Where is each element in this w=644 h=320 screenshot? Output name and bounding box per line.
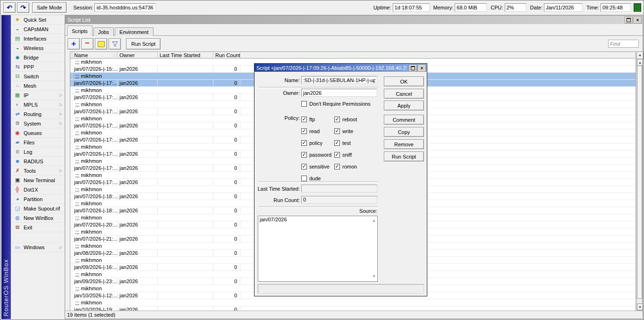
- policy-sniff-checkbox[interactable]: ✓: [334, 152, 340, 158]
- cell-name: jan/07/2026-|-15:...: [72, 66, 118, 72]
- name-input[interactable]: [301, 76, 377, 84]
- ok-button[interactable]: OK: [384, 76, 424, 86]
- sidebar-item-mpls[interactable]: ◐MPLS▷: [11, 100, 65, 109]
- find-input[interactable]: [608, 40, 639, 48]
- safe-mode-button[interactable]: Safe Mode: [32, 2, 67, 13]
- sidebar-item-exit[interactable]: ⊠Exit: [11, 223, 65, 232]
- policy-policy-label[interactable]: policy: [309, 140, 322, 146]
- scroll-thumb[interactable]: [637, 66, 642, 299]
- sidebar-item-routing[interactable]: ⇌Routing▷: [11, 109, 65, 119]
- dialog-restore-button[interactable]: [409, 65, 417, 72]
- copy-button[interactable]: Copy: [384, 127, 424, 137]
- policy-password-label[interactable]: password: [309, 152, 331, 158]
- undo-button[interactable]: ↶: [3, 2, 16, 13]
- policy-policy-checkbox[interactable]: ✓: [301, 140, 307, 146]
- window-close-button[interactable]: ×: [634, 17, 642, 24]
- comment-button[interactable]: Comment: [384, 115, 424, 125]
- cancel-button[interactable]: Cancel: [384, 89, 424, 99]
- sidebar-item-log[interactable]: ≣Log: [11, 147, 65, 157]
- policy-sensitive-checkbox[interactable]: ✓: [301, 164, 307, 169]
- source-textarea[interactable]: jan/07/2026 ▲ ▼: [258, 216, 378, 282]
- table-row[interactable]: ;;; mikhmon: [70, 299, 636, 306]
- sidebar-item-capsman[interactable]: ◒CAPsMAN: [11, 25, 65, 34]
- remove-button[interactable]: Remove: [384, 139, 424, 149]
- sidebar-item-radius[interactable]: ☻RADIUS: [11, 157, 65, 166]
- source-scroll-down-icon[interactable]: ▼: [372, 275, 376, 278]
- policy-ftp-checkbox[interactable]: ✓: [301, 117, 307, 122]
- column-header-label: Name: [74, 52, 88, 58]
- column-header-run-count[interactable]: Run Count: [213, 52, 240, 58]
- column-header-owner[interactable]: Owner: [118, 52, 158, 58]
- policy-sniff-label[interactable]: sniff: [342, 152, 352, 158]
- sidebar-item-label: Partition: [24, 196, 42, 202]
- owner-input[interactable]: [301, 89, 377, 97]
- scroll-up-button[interactable]: ▲: [637, 59, 643, 66]
- sidebar-item-switch[interactable]: ⊟Switch: [11, 72, 65, 81]
- copy-item-button[interactable]: [95, 38, 107, 50]
- mesh-icon: ∴: [14, 83, 21, 88]
- policy-test-checkbox[interactable]: ✓: [334, 140, 340, 146]
- submenu-arrow-icon: ▷: [59, 245, 62, 250]
- policy-reboot-checkbox[interactable]: ✓: [334, 117, 340, 122]
- run-script-button[interactable]: Run Script: [126, 38, 161, 50]
- tab-jobs[interactable]: Jobs: [93, 27, 114, 36]
- sidebar-item-files[interactable]: ▰Files: [11, 138, 65, 147]
- sidebar-item-ip[interactable]: ▦IP▷: [11, 91, 65, 100]
- sidebar-item-bridge[interactable]: ◆Bridge: [11, 53, 65, 62]
- sidebar-item-wireless[interactable]: ◒Wireless: [11, 43, 65, 53]
- redo-button[interactable]: ↷: [17, 2, 29, 13]
- sidebar-item-label: Quick Set: [24, 17, 46, 23]
- dont-require-permissions-checkbox[interactable]: [301, 101, 307, 107]
- sidebar-item-windows[interactable]: ▭Windows▷: [11, 243, 65, 252]
- policy-read-label[interactable]: read: [309, 128, 320, 134]
- sidebar-item-partition[interactable]: ◕Partition: [11, 194, 65, 204]
- tab-environment[interactable]: Environment: [115, 27, 153, 36]
- policy-password-checkbox[interactable]: ✓: [301, 152, 307, 158]
- cell-run-count: 0: [213, 236, 240, 242]
- column-header-name[interactable]: Name△: [72, 52, 118, 58]
- remove-button[interactable]: −: [81, 38, 93, 50]
- policy-dude-label[interactable]: dude: [309, 176, 321, 181]
- sidebar-item-new-winbox[interactable]: ◍New WinBox: [11, 213, 65, 223]
- policy-ftp-label[interactable]: ftp: [309, 117, 315, 122]
- policy-test-label[interactable]: test: [342, 140, 351, 146]
- submenu-arrow-icon: ▷: [59, 168, 62, 173]
- dont-require-permissions-label[interactable]: Don't Require Permissions: [309, 101, 371, 107]
- sidebar-item-interfaces[interactable]: ▤Interfaces: [11, 34, 65, 43]
- sidebar-item-label: Interfaces: [24, 36, 46, 42]
- sidebar-item-system[interactable]: ⚙System▷: [11, 119, 65, 128]
- policy-read-checkbox[interactable]: ✓: [301, 128, 307, 134]
- policy-dude-checkbox[interactable]: [301, 176, 307, 181]
- dialog-close-button[interactable]: ×: [418, 65, 426, 72]
- filter-button[interactable]: [109, 38, 121, 50]
- sidebar-item-mesh[interactable]: ∴Mesh: [11, 81, 65, 91]
- sidebar-item-queues[interactable]: ◉Queues: [11, 128, 65, 138]
- sidebar-item-tools[interactable]: ✗Tools▷: [11, 166, 65, 176]
- name-label: Name:: [258, 77, 300, 83]
- close-icon: ×: [636, 18, 639, 23]
- add-button[interactable]: +: [68, 38, 80, 50]
- policy-write: ✓write: [334, 128, 377, 134]
- vertical-scrollbar[interactable]: ▲ ▼: [636, 59, 643, 311]
- sidebar-item-dot1x[interactable]: ╬Dot1X: [11, 185, 65, 194]
- policy-write-checkbox[interactable]: ✓: [334, 128, 340, 134]
- tab-scripts[interactable]: Scripts: [67, 25, 93, 36]
- scroll-down-button[interactable]: ▼: [637, 303, 643, 311]
- window-restore-button[interactable]: [625, 17, 633, 24]
- apply-button[interactable]: Apply: [384, 101, 424, 110]
- policy-reboot-label[interactable]: reboot: [342, 117, 357, 122]
- cell-name: jan/07/2026-|-18:...: [72, 193, 118, 200]
- source-scroll-up-icon[interactable]: ▲: [372, 219, 376, 223]
- policy-sensitive-label[interactable]: sensitive: [309, 164, 330, 169]
- policy-romon-checkbox[interactable]: ✓: [334, 164, 340, 169]
- sidebar-item-new-terminal[interactable]: ▣New Terminal: [11, 176, 65, 185]
- window-titlebar: Script List: [65, 16, 643, 24]
- sidebar-item-ppp[interactable]: ⇆PPP: [11, 62, 65, 72]
- last-time-started-field: [301, 185, 377, 193]
- sidebar-item-make-supout-rif[interactable]: ◲Make Supout.rif: [11, 204, 65, 213]
- run-script-button[interactable]: Run Script: [384, 152, 424, 161]
- sidebar-item-quick-set[interactable]: ★Quick Set: [11, 15, 65, 25]
- column-header-last-time-started[interactable]: Last Time Started: [158, 52, 213, 58]
- policy-write-label[interactable]: write: [342, 128, 353, 134]
- policy-romon-label[interactable]: romon: [342, 164, 357, 169]
